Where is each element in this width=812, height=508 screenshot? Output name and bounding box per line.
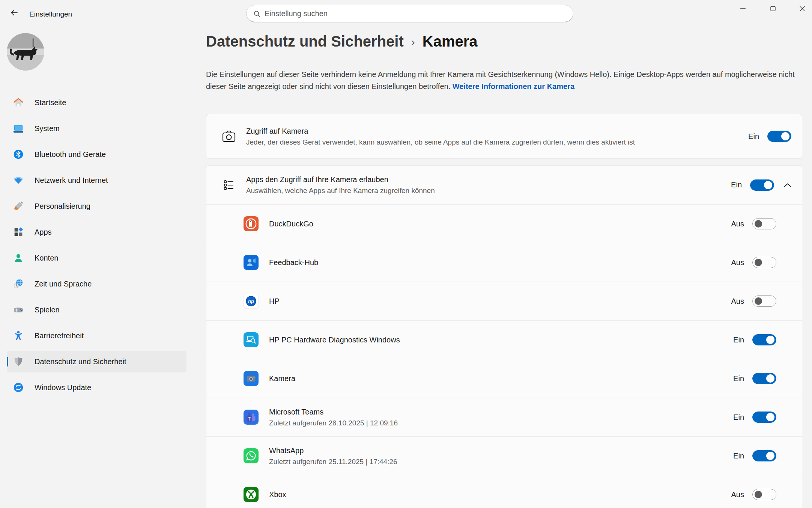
selected-indicator: [7, 357, 8, 366]
sidebar-item-spielen[interactable]: Spielen: [7, 299, 186, 321]
camera-access-card: Zugriff auf Kamera Jeder, der dieses Ger…: [206, 114, 802, 159]
sidebar-item-personalisierung[interactable]: Personalisierung: [7, 195, 186, 217]
camera-app-icon: [244, 371, 259, 386]
settings-window: Einstellungen Startseite System Blue: [0, 0, 812, 508]
page-description: Die Einstellungen auf dieser Seite verhi…: [206, 68, 806, 92]
app-row-xbox: Xbox Aus: [206, 475, 802, 508]
toggle[interactable]: [752, 489, 776, 500]
close-icon: [798, 5, 806, 13]
app-row-hp-pc-hardware-diagnostics-windows: HP PC Hardware Diagnostics Windows Ein: [206, 320, 802, 359]
user-avatar: [7, 33, 44, 71]
breadcrumb: Datenschutz und Sicherheit › Kamera: [206, 33, 478, 50]
xbox-icon: [244, 487, 259, 502]
app-rows: DuckDuckGo Aus Feedback-Hub Aus hp HP Au…: [206, 204, 802, 508]
sidebar-item-zeit-und-sprache[interactable]: Zeit und Sprache: [7, 273, 186, 295]
sidebar-item-system[interactable]: System: [7, 118, 186, 139]
back-button[interactable]: [6, 6, 23, 20]
camera-access-description: Jeder, der dieses Gerät verwendet, kann …: [246, 137, 635, 147]
chevron-up-icon[interactable]: [784, 182, 791, 188]
sidebar-item-bluetooth-und-ger-te[interactable]: Bluetooth und Geräte: [7, 143, 186, 165]
sidebar-nav: Startseite System Bluetooth und Geräte N…: [0, 92, 191, 402]
accounts-icon: [13, 252, 24, 264]
camera-access-title: Zugriff auf Kamera: [246, 126, 635, 136]
toggle[interactable]: [752, 218, 776, 229]
apps-access-card: Apps den Zugriff auf Ihre Kamera erlaube…: [206, 165, 802, 508]
app-row-feedback-hub: Feedback-Hub Aus: [206, 243, 802, 282]
time-language-icon: [13, 278, 24, 289]
apps-icon: [13, 226, 24, 238]
app-row-kamera: Kamera Ein: [206, 359, 802, 398]
system-icon: [13, 123, 24, 134]
maximize-icon: [769, 5, 777, 13]
duckduckgo-icon: [244, 216, 259, 231]
sidebar-item-konten[interactable]: Konten: [7, 247, 186, 269]
search-input[interactable]: [265, 5, 565, 22]
home-icon: [13, 97, 24, 108]
breadcrumb-separator-icon: ›: [411, 36, 415, 48]
sidebar-item-netzwerk-und-internet[interactable]: Netzwerk und Internet: [7, 169, 186, 191]
minimize-button[interactable]: [731, 2, 755, 16]
toggle[interactable]: [752, 257, 776, 268]
sidebar-item-datenschutz-und-sicherheit[interactable]: Datenschutz und Sicherheit: [7, 351, 186, 372]
accessibility-icon: [13, 330, 24, 341]
search-box: [246, 5, 573, 23]
apps-access-description: Auswählen, welche Apps auf Ihre Kamera z…: [246, 186, 435, 196]
camera-outline-icon: [221, 128, 237, 145]
windows-update-icon: [13, 382, 24, 393]
network-icon: [13, 175, 24, 186]
privacy-icon: [13, 356, 24, 367]
breadcrumb-parent[interactable]: Datenschutz und Sicherheit: [206, 33, 404, 50]
hp-diagnostics-icon: [244, 332, 259, 347]
toggle[interactable]: [752, 450, 776, 461]
cat-photo: [7, 33, 44, 71]
sidebar-item-barrierefreiheit[interactable]: Barrierefreiheit: [7, 325, 186, 347]
apps-access-state-label: Ein: [731, 181, 742, 189]
apps-access-title: Apps den Zugriff auf Ihre Kamera erlaube…: [246, 174, 435, 185]
app-row-duckduckgo: DuckDuckGo Aus: [206, 204, 802, 243]
app-row-whatsapp: WhatsApp Zuletzt aufgerufen 25.11.2025 |…: [206, 436, 802, 475]
apps-access-expander-row[interactable]: Apps den Zugriff auf Ihre Kamera erlaube…: [206, 166, 802, 204]
feedback-hub-icon: [244, 255, 259, 270]
app-row-microsoft-teams: Microsoft Teams Zuletzt aufgerufen 28.10…: [206, 398, 802, 436]
sidebar-item-startseite[interactable]: Startseite: [7, 92, 186, 113]
app-row-hp: hp HP Aus: [206, 282, 802, 320]
toggle[interactable]: [752, 334, 776, 345]
toggle[interactable]: [752, 295, 776, 307]
apps-access-toggle[interactable]: [750, 179, 774, 191]
search-icon: [253, 10, 261, 18]
sidebar-item-apps[interactable]: Apps: [7, 221, 186, 243]
hp-icon: hp: [244, 294, 259, 309]
camera-access-state-label: Ein: [748, 132, 759, 141]
app-list-icon: [221, 177, 237, 193]
minimize-icon: [739, 5, 747, 13]
teams-icon: [244, 410, 259, 425]
gaming-icon: [13, 304, 24, 315]
personalization-icon: [13, 200, 24, 212]
svg-text:hp: hp: [248, 298, 254, 304]
camera-access-toggle[interactable]: [767, 131, 791, 142]
back-arrow-icon: [10, 8, 19, 17]
toggle[interactable]: [752, 412, 776, 423]
app-title: Einstellungen: [29, 10, 72, 18]
toggle[interactable]: [752, 373, 776, 384]
learn-more-link[interactable]: Weitere Informationen zur Kamera: [453, 82, 574, 90]
whatsapp-icon: [244, 448, 259, 463]
bluetooth-icon: [13, 149, 24, 160]
sidebar-item-windows-update[interactable]: Windows Update: [7, 377, 186, 398]
page-title: Kamera: [423, 33, 478, 50]
close-button[interactable]: [790, 2, 812, 16]
maximize-button[interactable]: [761, 2, 785, 16]
